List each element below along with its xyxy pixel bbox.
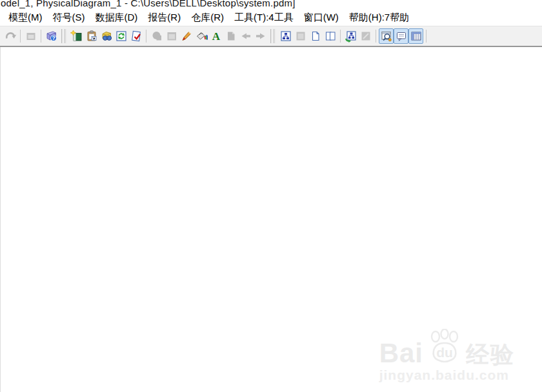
page-icon [309,30,322,43]
open-diagram-button [223,28,238,44]
toolbar-separator [20,30,21,43]
gray-window-icon [359,30,372,43]
baidu-paw-icon: du [425,329,465,366]
menu-report[interactable]: 报告(R) [143,10,185,25]
pen-icon [180,30,193,43]
gray-window-icon [294,30,307,43]
menu-model[interactable]: 模型(M) [4,10,47,25]
check-model-button[interactable] [128,28,143,44]
window-diagonal-button [358,28,373,44]
notes-toggle[interactable] [394,28,408,44]
menu-tools[interactable]: 工具(T):4工具 [230,10,298,25]
toolbar-separator [146,30,146,43]
toolbar-separator [340,30,341,43]
next-view-button [253,28,268,44]
fill-color-button[interactable] [194,28,208,44]
window-tool-button [293,28,308,44]
toolbar-separator [41,30,41,43]
tree-diagram-icon [279,30,292,43]
grid-toggle[interactable] [408,28,423,44]
layout-button [164,28,179,44]
pages-icon [324,30,337,43]
previous-view-button [238,28,253,44]
check-document-icon [130,30,143,43]
diagram-tree-button[interactable] [278,28,293,44]
new-page-button[interactable] [308,28,323,44]
find-objects-button[interactable] [99,28,114,44]
menu-help[interactable]: 帮助(H):7帮助 [345,10,414,25]
toolbar: ? [0,26,542,47]
menu-database[interactable]: 数据库(D) [91,10,143,25]
context-help-button[interactable]: ? [44,28,59,44]
help-book-icon: ? [45,30,58,43]
gray-shape-icon [150,30,163,43]
table-grid-icon [410,30,423,43]
redo-icon [4,30,17,43]
properties-button [23,28,38,44]
window-title: odel_1, PhysicalDiagram_1 - C:\Users\DEL… [1,0,542,9]
binoculars-box-icon [100,30,113,43]
menu-symbol[interactable]: 符号(S) [48,10,90,25]
refresh-icon [115,30,128,43]
magnifier-page-icon [380,30,393,43]
svg-text:A: A [212,30,220,43]
toolbar-separator [426,30,427,43]
watermark-du-text: du [436,345,453,360]
line-color-button[interactable] [179,28,194,44]
property-sheet-icon [70,30,83,43]
arrow-right-icon [254,30,267,43]
toolbar-grip[interactable] [61,29,66,43]
clipboard-icon [85,30,98,43]
paint-bucket-icon [195,30,208,43]
redo-button [3,28,17,44]
gray-window-icon [165,30,178,43]
diagram-canvas[interactable]: Bai du 经验 jingyan.baidu.com [0,47,542,392]
preview-toggle[interactable] [379,28,394,44]
watermark-site-url: jingyan.baidu.com [379,368,515,383]
menu-window[interactable]: 窗口(W) [299,10,343,25]
window-titlebar: odel_1, PhysicalDiagram_1 - C:\Users\DEL… [0,0,542,9]
generate-tree-button[interactable] [343,28,358,44]
toolbar-grip[interactable] [270,29,276,43]
svg-text:?: ? [52,35,55,41]
arrow-left-icon [239,30,252,43]
baidu-watermark: Bai du 经验 jingyan.baidu.com [379,329,515,383]
properties-icon [25,30,37,43]
page-fold-icon [225,30,237,43]
paste-shortcut-button[interactable] [84,28,99,44]
toolbar-separator [376,30,376,43]
letter-a-icon: A [210,30,223,43]
tree-generate-icon [345,30,357,43]
pages-button[interactable] [323,28,337,44]
format-painter-button [149,28,164,44]
menu-repository[interactable]: 仓库(R) [186,10,228,25]
property-sheet-button[interactable] [69,28,84,44]
refresh-button[interactable] [114,28,128,44]
menu-bar: 模型(M) 符号(S) 数据库(D) 报告(R) 仓库(R) 工具(T):4工具… [0,9,542,26]
watermark-bai-text: Bai [379,342,423,365]
font-button[interactable]: A [208,28,223,44]
watermark-jingyan-text: 经验 [466,344,515,365]
application-window: odel_1, PhysicalDiagram_1 - C:\Users\DEL… [0,0,542,392]
note-page-icon [395,30,408,43]
